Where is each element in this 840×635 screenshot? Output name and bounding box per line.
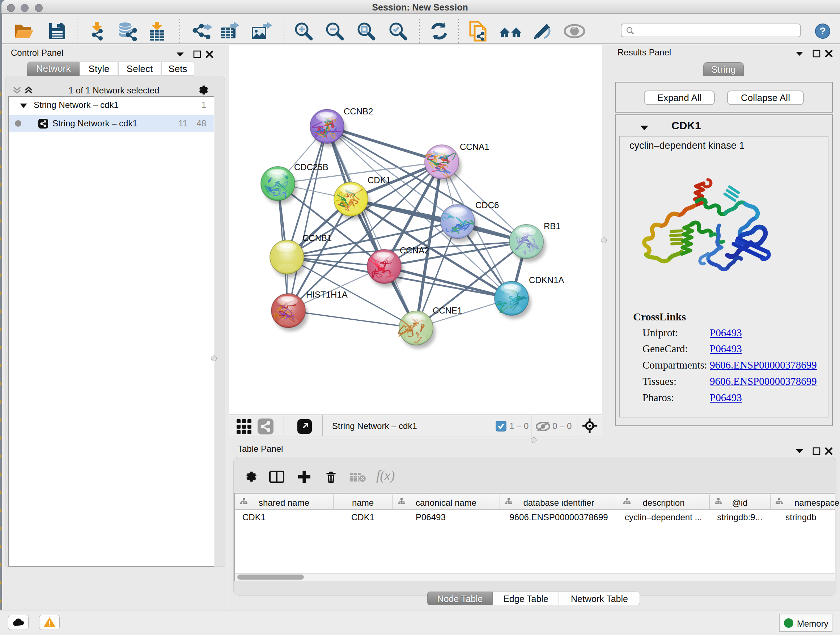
svg-text:RB1: RB1: [544, 221, 561, 231]
svg-text:CDC6: CDC6: [475, 200, 499, 210]
svg-text:HIST1H1A: HIST1H1A: [306, 290, 347, 299]
svg-text:CCNE1: CCNE1: [433, 306, 462, 315]
svg-text:CCNA1: CCNA1: [460, 142, 489, 152]
svg-text:CCNB2: CCNB2: [344, 106, 373, 116]
svg-text:CDKN1A: CDKN1A: [529, 275, 564, 285]
svg-text:CDC25B: CDC25B: [294, 162, 328, 172]
svg-text:CCNB1: CCNB1: [302, 233, 332, 243]
svg-text:CCNA2: CCNA2: [400, 245, 429, 255]
svg-text:?: ?: [819, 25, 826, 36]
svg-text:CDK1: CDK1: [368, 175, 391, 185]
